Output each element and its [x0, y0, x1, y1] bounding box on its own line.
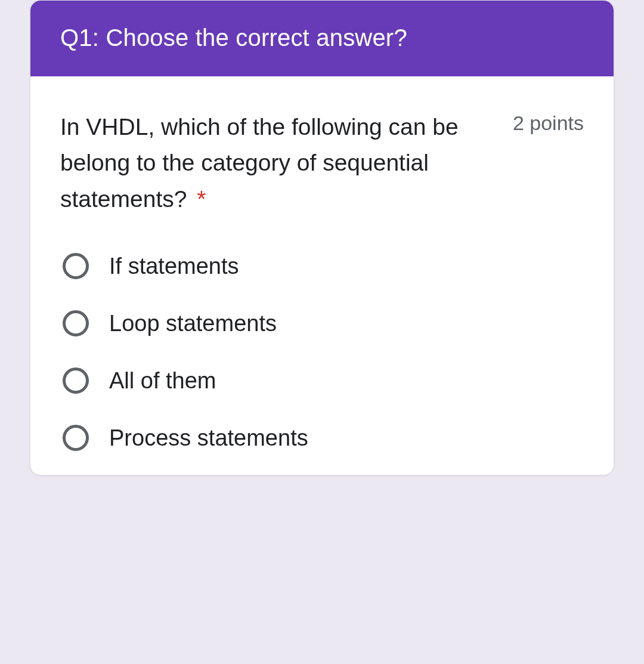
options-list: If statements Loop statements All of the…: [60, 253, 584, 451]
card-body: In VHDL, which of the following can be b…: [30, 76, 614, 475]
section-title: Q1: Choose the correct answer?: [60, 24, 407, 51]
radio-icon[interactable]: [63, 425, 89, 451]
option-all-of-them[interactable]: All of them: [63, 367, 584, 394]
question-card: Q1: Choose the correct answer? In VHDL, …: [30, 0, 614, 475]
radio-icon[interactable]: [63, 253, 89, 279]
option-label: All of them: [109, 368, 216, 394]
question-row: In VHDL, which of the following can be b…: [60, 109, 584, 217]
option-loop-statements[interactable]: Loop statements: [63, 310, 584, 336]
radio-icon[interactable]: [63, 367, 89, 394]
radio-icon[interactable]: [63, 310, 89, 336]
option-label: If statements: [109, 254, 239, 279]
required-asterisk: *: [197, 186, 206, 212]
question-text: In VHDL, which of the following can be b…: [60, 109, 489, 217]
points-label: 2 points: [513, 109, 584, 135]
option-label: Loop statements: [109, 311, 277, 336]
option-label: Process statements: [109, 425, 308, 451]
option-process-statements[interactable]: Process statements: [63, 425, 584, 451]
question-prompt: In VHDL, which of the following can be b…: [60, 114, 459, 212]
option-if-statements[interactable]: If statements: [63, 253, 584, 279]
section-header: Q1: Choose the correct answer?: [30, 1, 614, 76]
